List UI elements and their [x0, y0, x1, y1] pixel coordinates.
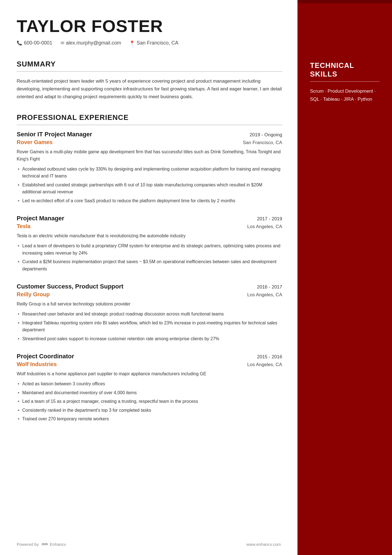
job-wolf-industries: Project Coordinator 2015 - 2016 Wolf Ind… [17, 353, 282, 423]
summary-divider [17, 71, 282, 72]
technical-skills-title: TECHNICAL SKILLS [310, 61, 379, 78]
job-location-1: San Francisco, CA [243, 140, 282, 145]
powered-by-text: Powered by [17, 542, 39, 547]
job-location-2: Los Angeles, CA [247, 224, 282, 230]
summary-text: Result-orientated project team leader wi… [17, 77, 282, 101]
job-wolf-company-row: Wolf Industries Los Angeles, CA [17, 361, 282, 368]
location-text: San Francisco, CA [137, 40, 178, 46]
header: TAYLOR FOSTER 📞 600-00-0001 ✉ alex.murph… [17, 17, 282, 46]
footer: Powered by Enhancv www.enhancv.com [17, 542, 281, 547]
job-desc-3: Reilly Group is a full service technolog… [17, 300, 282, 308]
job-tesla-header: Project Manager 2017 - 2019 [17, 215, 282, 222]
job-title-1: Senior IT Project Manager [17, 131, 92, 138]
email-contact: ✉ alex.murphy@gmail.com [61, 40, 121, 46]
email-address: alex.murphy@gmail.com [66, 40, 121, 46]
bullet-item: Consistently ranked in the department's … [17, 407, 282, 414]
location-contact: 📍 San Francisco, CA [129, 40, 178, 46]
job-title-2: Project Manager [17, 215, 64, 222]
job-date-3: 2016 - 2017 [257, 284, 282, 290]
job-rover-company-row: Rover Games San Francisco, CA [17, 139, 282, 146]
company-name-2: Tesla [17, 223, 31, 230]
right-column: TECHNICAL SKILLS Scrum · Product Develop… [297, 0, 392, 555]
job-tesla: Project Manager 2017 - 2019 Tesla Los An… [17, 215, 282, 272]
summary-title: SUMMARY [17, 60, 282, 68]
company-name-4: Wolf Industries [17, 361, 57, 367]
job-bullets-4: Acted as liaison between 3 country offic… [17, 380, 282, 423]
bullet-item: Curated a $2M business implementation pr… [17, 258, 282, 272]
bullet-item: Lead a team of developers to build a pro… [17, 242, 282, 256]
bullet-item: Acted as liaison between 3 country offic… [17, 380, 282, 388]
job-bullets-2: Lead a team of developers to build a pro… [17, 242, 282, 272]
company-name-3: Reilly Group [17, 291, 50, 298]
job-tesla-company-row: Tesla Los Angeles, CA [17, 223, 282, 230]
phone-contact: 📞 600-00-0001 [17, 40, 52, 46]
job-rover-header: Senior IT Project Manager 2019 - Ongoing [17, 131, 282, 138]
bullet-item: Trained over 270 temporary remote worker… [17, 415, 282, 423]
job-desc-1: Rover Games is a multi-play mobile game … [17, 148, 282, 162]
technical-skills-section: TECHNICAL SKILLS Scrum · Product Develop… [310, 61, 379, 103]
job-date-1: 2019 - Ongoing [250, 132, 282, 138]
bullet-item: Integrated Tableau reporting system into… [17, 319, 282, 334]
job-location-3: Los Angeles, CA [247, 292, 282, 298]
contact-info: 📞 600-00-0001 ✉ alex.murphy@gmail.com 📍 … [17, 40, 282, 46]
job-date-4: 2015 - 2016 [257, 354, 282, 360]
left-column: TAYLOR FOSTER 📞 600-00-0001 ✉ alex.murph… [0, 0, 297, 555]
bullet-item: Maintained and documented inventory of o… [17, 389, 282, 396]
email-icon: ✉ [61, 40, 64, 46]
resume-page: TAYLOR FOSTER 📞 600-00-0001 ✉ alex.murph… [0, 0, 392, 555]
website-url: www.enhancv.com [246, 542, 281, 547]
bullet-item: Streamlined post-sales support to increa… [17, 335, 282, 342]
candidate-name: TAYLOR FOSTER [17, 17, 282, 36]
job-desc-4: Wolf Industries is a home appliance part… [17, 370, 282, 378]
job-location-4: Los Angeles, CA [247, 362, 282, 367]
summary-section: SUMMARY Result-orientated project team l… [17, 60, 282, 101]
phone-number: 600-00-0001 [24, 40, 52, 46]
enhancv-logo: Enhancv [41, 542, 66, 547]
job-date-2: 2017 - 2019 [257, 216, 282, 222]
job-wolf-header: Project Coordinator 2015 - 2016 [17, 353, 282, 360]
skills-divider [310, 81, 379, 82]
bullet-item: Led re-architect effort of a core SaaS p… [17, 197, 282, 204]
job-desc-2: Tesla is an electric vehicle manufacture… [17, 232, 282, 240]
job-rover-games: Senior IT Project Manager 2019 - Ongoing… [17, 131, 282, 204]
bullet-item: Accelerated outbound sales cycle by 330%… [17, 166, 282, 180]
location-icon: 📍 [129, 40, 135, 46]
job-reilly-group: Customer Success, Product Support 2016 -… [17, 283, 282, 342]
job-reilly-company-row: Reilly Group Los Angeles, CA [17, 291, 282, 298]
job-title-3: Customer Success, Product Support [17, 283, 123, 290]
company-name-1: Rover Games [17, 139, 53, 145]
job-bullets-1: Accelerated outbound sales cycle by 330%… [17, 166, 282, 204]
experience-title: PROFESSIONAL EXPERIENCE [17, 113, 282, 122]
job-reilly-header: Customer Success, Product Support 2016 -… [17, 283, 282, 290]
bullet-item: Led a team of 15 as a project manager, c… [17, 398, 282, 405]
powered-by: Powered by Enhancv [17, 542, 66, 547]
experience-section: PROFESSIONAL EXPERIENCE Senior IT Projec… [17, 113, 282, 423]
job-bullets-3: Researched user behavior and led strateg… [17, 310, 282, 342]
phone-icon: 📞 [17, 40, 22, 46]
brand-name: Enhancv [50, 542, 66, 547]
job-title-4: Project Coordinator [17, 353, 74, 360]
skills-list: Scrum · Product Development · SQL · Tabl… [310, 87, 379, 103]
experience-divider [17, 125, 282, 125]
bullet-item: Established and curated strategic partne… [17, 181, 282, 196]
bullet-item: Researched user behavior and led strateg… [17, 310, 282, 318]
logo-svg [41, 542, 49, 547]
